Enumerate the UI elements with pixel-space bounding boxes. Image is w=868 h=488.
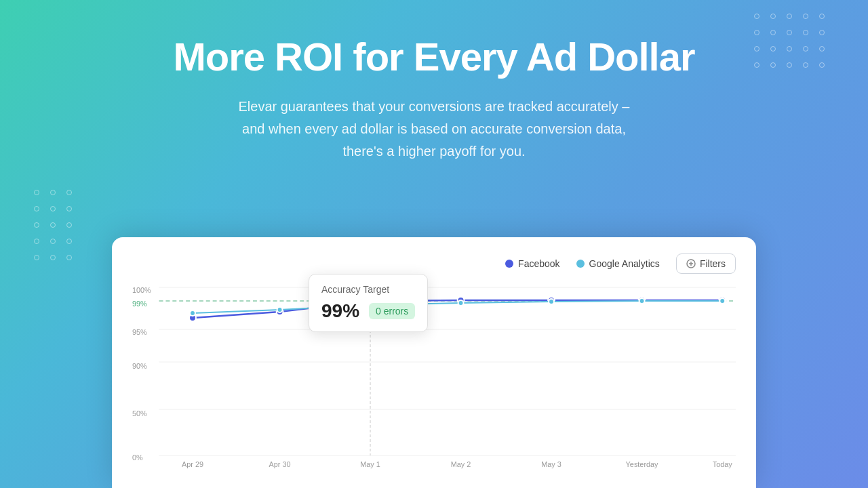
legend-google-analytics: Google Analytics [576,258,660,269]
ga-legend-label: Google Analytics [589,258,660,269]
svg-text:0%: 0% [132,453,143,462]
svg-text:50%: 50% [132,409,147,418]
legend-facebook: Facebook [505,258,559,269]
filters-button[interactable]: Filters [676,253,736,274]
svg-text:90%: 90% [132,362,147,370]
dot [66,239,72,244]
dot [50,255,56,260]
svg-text:May 2: May 2 [451,460,471,468]
dot [34,239,39,244]
tooltip-content: 99% 0 errors [321,300,415,322]
hero-subtitle: Elevar guarantees that your conversions … [142,96,726,163]
ga-legend-dot [576,260,585,268]
svg-text:Apr 30: Apr 30 [269,460,291,468]
filters-icon [686,259,696,268]
tooltip-value: 99% [321,300,359,322]
svg-point-33 [549,299,554,304]
svg-point-34 [639,298,645,304]
dot [34,206,39,211]
dot [50,206,56,211]
dot [50,222,56,228]
tooltip-badge: 0 errors [369,303,415,319]
dot [50,239,56,244]
chart-tooltip: Accuracy Target 99% 0 errors [309,274,428,332]
facebook-legend-label: Facebook [518,258,559,269]
svg-point-30 [277,307,283,312]
svg-point-35 [719,298,725,304]
tooltip-title: Accuracy Target [321,284,415,295]
svg-point-29 [190,310,195,316]
chart-area: Accuracy Target 99% 0 errors 100% 99% 95… [132,281,736,470]
dot [34,190,39,195]
dot [50,190,56,195]
dot [66,206,72,211]
facebook-legend-dot [505,260,513,268]
svg-point-32 [458,300,464,306]
hero-section: More ROI for Every Ad Dollar Elevar guar… [0,0,868,183]
svg-text:Yesterday: Yesterday [626,460,658,468]
dot [34,222,39,228]
svg-text:95%: 95% [132,328,147,336]
svg-text:Apr 29: Apr 29 [182,460,203,468]
hero-title: More ROI for Every Ad Dollar [14,34,854,79]
dot [66,255,72,260]
chart-header: Facebook Google Analytics Filters [132,253,736,274]
filters-label: Filters [700,258,726,269]
chart-legend: Facebook Google Analytics [505,258,660,269]
dot [66,222,72,228]
svg-text:Today: Today [713,460,733,468]
svg-text:May 3: May 3 [541,460,561,468]
svg-text:May 1: May 1 [360,460,380,468]
dot-grid-left [34,190,75,263]
svg-text:99%: 99% [132,300,147,308]
svg-text:100%: 100% [132,286,151,294]
chart-container: Facebook Google Analytics Filters Accura… [112,237,756,488]
dot [66,190,72,195]
dot [34,255,39,260]
chart-svg: 100% 99% 95% 90% 50% 0% Apr 29 Apr 30 Ma… [132,281,736,470]
